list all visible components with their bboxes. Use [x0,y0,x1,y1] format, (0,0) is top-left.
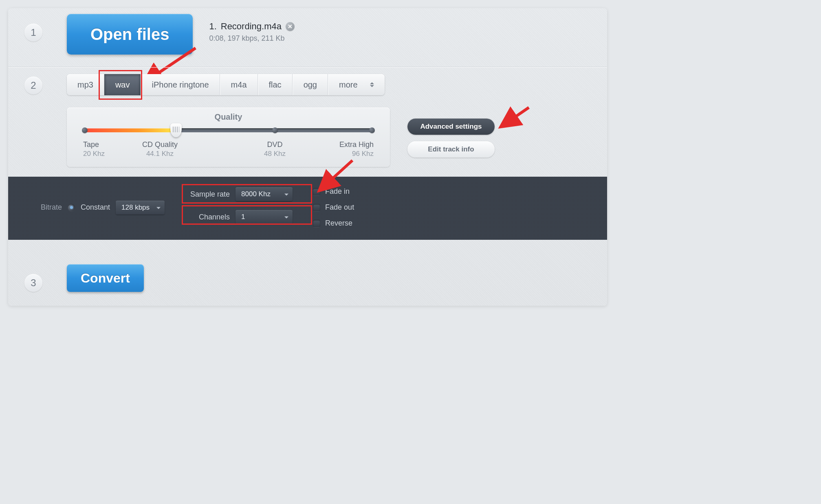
format-tab-flac[interactable]: flac [258,74,293,95]
audio-converter-app: 1 Open files 1. Recording.m4a ✕ 0:08, 19… [8,8,607,306]
bitrate-value: 128 kbps [121,204,150,212]
slider-stop-tape [82,127,88,133]
quality-tape-label: Tape [83,140,105,149]
reverse-checkbox[interactable] [313,220,320,227]
sample-rate-label: Sample rate [185,190,230,199]
fade-out-checkbox[interactable] [313,204,320,211]
bitrate-select[interactable]: 128 kbps [116,201,165,215]
quality-extra-sub: 96 Khz [339,150,374,158]
quality-tape-sub: 20 Khz [83,150,105,158]
bitrate-mode-label: Constant [81,203,110,212]
step-2-badge: 2 [24,77,42,94]
bitrate-label: Bitrate [41,203,62,212]
side-buttons: Advanced settings Edit track info [407,118,495,158]
quality-extra-label: Extra High [339,140,374,149]
fade-in-checkbox[interactable] [313,188,320,195]
edit-track-info-button[interactable]: Edit track info [407,141,495,158]
file-info: 1. Recording.m4a ✕ 0:08, 197 kbps, 211 K… [209,14,295,43]
format-tabs: mp3 wav iPhone ringtone m4a flac ogg mor… [67,74,385,95]
quality-cd-sub: 44.1 Khz [142,150,178,158]
updown-icon [370,82,374,87]
convert-button[interactable]: Convert [67,264,144,292]
open-files-button[interactable]: Open files [67,14,193,55]
format-tab-m4a[interactable]: m4a [220,74,258,95]
slider-handle[interactable] [170,123,182,137]
file-index: 1. [209,21,216,32]
file-metadata: 0:08, 197 kbps, 211 Kb [209,34,295,43]
reverse-label: Reverse [325,219,352,228]
step-3-section: 3 Convert [8,240,607,306]
quality-slider[interactable] [83,128,374,132]
annotation-arrow-to-advanced [497,105,534,131]
channels-select[interactable]: 1 [236,210,293,224]
quality-title: Quality [83,112,374,122]
advanced-settings-panel: Bitrate Constant 128 kbps Sample rate 80… [8,177,607,240]
format-tab-iphone-ringtone[interactable]: iPhone ringtone [141,74,220,95]
fade-out-label: Fade out [325,203,354,212]
file-name: Recording.m4a [221,21,282,32]
step-3-badge: 3 [24,274,42,292]
advanced-settings-button[interactable]: Advanced settings [407,118,495,135]
remove-file-button[interactable]: ✕ [286,22,295,31]
bitrate-mode-radio[interactable] [68,204,75,211]
step-2-section: 2 mp3 wav iPhone ringtone m4a flac ogg m… [8,67,607,240]
quality-panel: Quality Tape 20 Khz CD Quality 44.1 Khz [67,107,390,167]
quality-dvd-label: DVD [264,140,286,149]
slider-stop-dvd [272,127,278,133]
step-1-section: 1 Open files 1. Recording.m4a ✕ 0:08, 19… [8,8,607,67]
quality-labels: Tape 20 Khz CD Quality 44.1 Khz DVD 48 K… [83,140,374,158]
format-tab-wav[interactable]: wav [104,74,141,95]
slider-stop-extra [369,127,375,133]
quality-cd-label: CD Quality [142,140,178,149]
format-tab-ogg[interactable]: ogg [293,74,328,95]
format-tab-more[interactable]: more [328,74,385,95]
step-1-badge: 1 [24,24,42,42]
fade-in-label: Fade in [325,187,350,196]
sample-rate-value: 8000 Khz [241,190,271,198]
sample-rate-select[interactable]: 8000 Khz [236,187,293,201]
close-icon: ✕ [288,23,293,30]
svg-line-1 [503,107,529,125]
channels-label: Channels [185,213,230,221]
channels-value: 1 [241,213,245,221]
format-tab-mp3[interactable]: mp3 [67,74,104,95]
slider-fill [83,128,176,132]
quality-dvd-sub: 48 Khz [264,150,286,158]
more-label: more [339,80,358,90]
